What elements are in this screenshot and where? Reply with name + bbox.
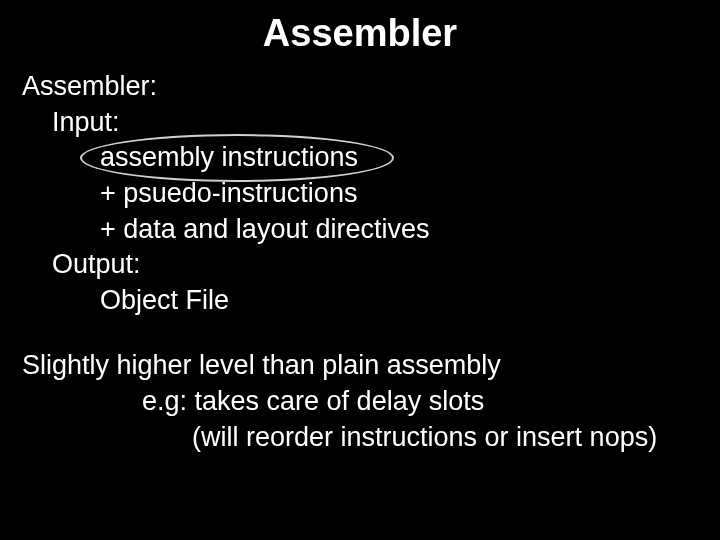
- slide-title: Assembler: [22, 12, 698, 55]
- note-sub-1: e.g: takes care of delay slots: [142, 384, 698, 420]
- slide: Assembler Assembler: Input: assembly ins…: [0, 0, 720, 540]
- input-line-1-wrap: assembly instructions: [100, 140, 698, 176]
- input-line-3: + data and layout directives: [100, 212, 698, 248]
- input-label: Input:: [52, 105, 698, 141]
- output-line-1: Object File: [100, 283, 698, 319]
- note-main: Slightly higher level than plain assembl…: [22, 348, 698, 384]
- slide-body: Assembler: Input: assembly instructions …: [22, 69, 698, 455]
- note-sub-2: (will reorder instructions or insert nop…: [192, 420, 698, 456]
- input-line-2: + psuedo-instructions: [100, 176, 698, 212]
- assembler-heading: Assembler:: [22, 69, 698, 105]
- output-label: Output:: [52, 247, 698, 283]
- spacer: [22, 318, 698, 348]
- input-line-1: assembly instructions: [100, 142, 358, 172]
